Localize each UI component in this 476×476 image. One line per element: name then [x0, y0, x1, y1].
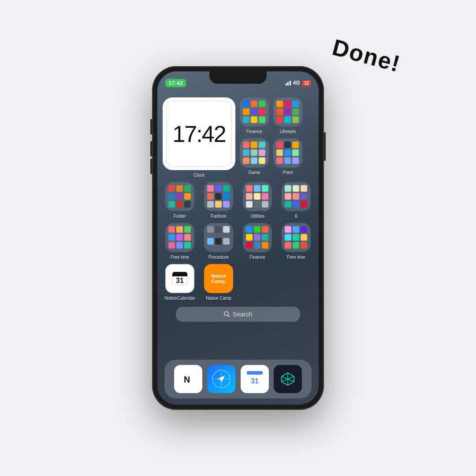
- mini-app: [251, 108, 257, 115]
- 6-label: 6: [295, 214, 298, 219]
- fashion-folder-item[interactable]: Fashion: [201, 182, 236, 219]
- mini-app: [262, 226, 268, 233]
- svg-marker-11: [218, 373, 227, 383]
- done-text: Done!: [330, 36, 403, 76]
- mini-app: [184, 234, 191, 241]
- folder-folder-item[interactable]: Folder: [163, 182, 197, 219]
- utilities-grid: [246, 185, 269, 208]
- mini-app: [276, 116, 283, 123]
- game-point-row: Game: [240, 138, 313, 175]
- lifestyle-folder-icon: [273, 97, 302, 126]
- mini-app: [259, 157, 265, 164]
- freetime1-item[interactable]: Free time: [163, 223, 197, 260]
- safari-dock-icon[interactable]: [207, 365, 235, 393]
- game-label: Game: [248, 170, 260, 175]
- fashion-folder-icon: [204, 182, 233, 211]
- mini-app: [293, 242, 299, 249]
- procedure-item[interactable]: Procedure: [201, 223, 236, 260]
- mini-app: [284, 108, 291, 115]
- mini-app: [243, 141, 249, 148]
- mini-app: [168, 185, 175, 192]
- mini-app: [254, 242, 260, 249]
- svg-rect-2: [172, 274, 187, 276]
- native-camp-label: Native Camp: [206, 296, 231, 301]
- freetime2-item[interactable]: Free time: [279, 223, 313, 260]
- mini-app: [207, 226, 214, 233]
- mini-app: [292, 157, 299, 164]
- notion-svg: N: [179, 370, 197, 388]
- row4-grid: Free time: [163, 223, 313, 260]
- svg-line-5: [228, 315, 230, 317]
- freetime1-label: Free time: [171, 255, 189, 260]
- freetime1-icon: [165, 223, 194, 252]
- gcal-dock-icon[interactable]: 31: [241, 365, 269, 393]
- mini-app: [285, 193, 291, 200]
- mini-app: [301, 242, 307, 249]
- mini-app: [301, 201, 307, 208]
- mini-app: [176, 201, 183, 208]
- dock: N 31: [164, 360, 312, 398]
- notion-calendar-label: NotionCalendar: [164, 296, 195, 301]
- mini-app: [284, 116, 291, 123]
- mini-app: [207, 201, 214, 208]
- mini-app: [292, 116, 299, 123]
- notion-calendar-item[interactable]: 31 NotionCalendar: [163, 264, 197, 301]
- mini-app: [259, 149, 265, 156]
- row5-grid: 31 NotionCalendar NativeCamp. Native Cam…: [163, 264, 313, 301]
- utilities-folder-item[interactable]: Utilities: [240, 182, 275, 219]
- search-bar[interactable]: Search: [176, 307, 300, 322]
- mini-app: [215, 238, 222, 245]
- svg-text:31: 31: [176, 277, 184, 284]
- mini-app: [176, 234, 183, 241]
- mini-app: [284, 141, 291, 148]
- mini-app: [259, 141, 265, 148]
- perplexity-dock-icon[interactable]: [274, 365, 302, 393]
- folder-grid: [168, 185, 191, 208]
- point-folder-grid: [276, 141, 299, 164]
- mini-app: [262, 193, 268, 200]
- mini-app: [168, 193, 175, 200]
- mini-app: [243, 149, 249, 156]
- mini-app: [251, 100, 257, 107]
- native-camp-item[interactable]: NativeCamp. Native Camp: [201, 264, 236, 301]
- mini-app: [293, 234, 299, 241]
- mini-app: [301, 193, 307, 200]
- network-type: 4G: [293, 80, 300, 86]
- fashion-grid: [207, 185, 230, 208]
- lifestyle-folder-item[interactable]: Lifestyle: [273, 97, 302, 134]
- utilities-label: Utilities: [250, 214, 264, 219]
- signal-bars-icon: [286, 81, 291, 86]
- point-folder-item[interactable]: Point: [273, 138, 302, 175]
- finance-lifestyle-row: Finance: [240, 97, 313, 134]
- mini-app: [293, 226, 299, 233]
- freetime2-grid: [285, 226, 308, 249]
- mini-app: [251, 157, 257, 164]
- game-folder-item[interactable]: Game: [240, 138, 269, 175]
- finance2-item[interactable]: Finance: [240, 223, 275, 260]
- finance-folder-item[interactable]: Finance: [240, 97, 269, 134]
- clock-widget-item[interactable]: 17:42 Clock: [163, 97, 235, 178]
- lifestyle-folder-grid: [276, 100, 299, 123]
- 6-folder-item[interactable]: 6: [279, 182, 313, 219]
- screen-background: 17:42 4G 12: [157, 71, 319, 405]
- phone-frame: 17:42 4G 12: [152, 66, 324, 410]
- mini-app: [284, 149, 291, 156]
- mini-app: [262, 242, 268, 249]
- mini-app: [292, 141, 299, 148]
- mini-app: [243, 157, 249, 164]
- notch: [209, 71, 267, 84]
- notion-dock-icon[interactable]: N: [174, 365, 202, 393]
- mini-app: [223, 238, 230, 245]
- mini-app: [254, 193, 260, 200]
- battery-indicator: 12: [302, 80, 311, 86]
- procedure-grid: [207, 226, 230, 249]
- mini-app: [284, 100, 291, 107]
- perplexity-svg: [280, 371, 296, 387]
- utilities-folder-icon: [243, 182, 272, 211]
- status-right: 4G 12: [286, 80, 311, 86]
- clock-label: Clock: [193, 173, 205, 178]
- point-label: Point: [283, 170, 293, 175]
- mini-app: [251, 116, 257, 123]
- mini-app: [246, 234, 253, 241]
- mini-app: [184, 193, 191, 200]
